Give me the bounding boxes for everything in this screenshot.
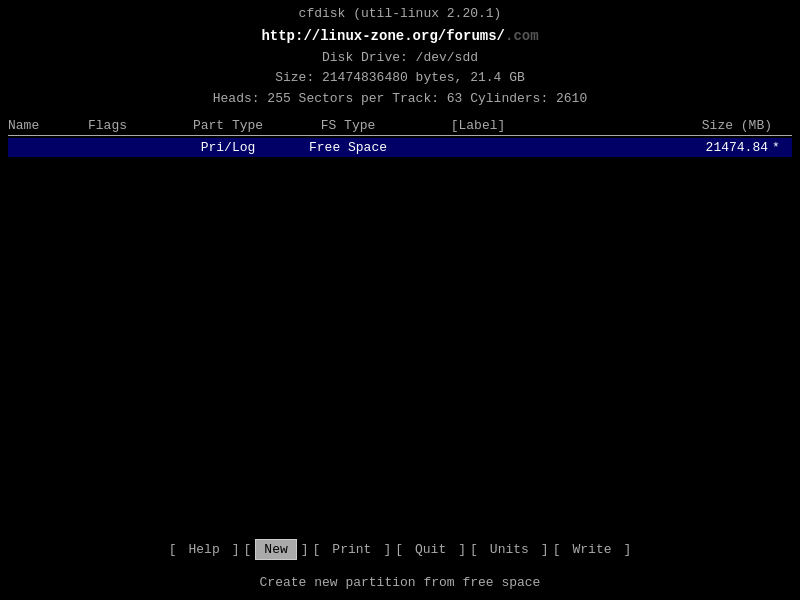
cell-label (408, 140, 548, 155)
new-label[interactable]: New (255, 539, 296, 560)
new-bracket-open: [ (244, 542, 252, 557)
cell-fstype: Free Space (288, 140, 408, 155)
col-header-flags: Flags (88, 118, 168, 133)
url-main: http://linux-zone.org/forums/ (261, 28, 505, 44)
size-info: Size: 21474836480 bytes, 21.4 GB (0, 68, 800, 89)
print-label[interactable]: Print (324, 542, 379, 557)
quit-label[interactable]: Quit (407, 542, 454, 557)
url-line: http://linux-zone.org/forums/.com (0, 25, 800, 48)
print-bracket-open: [ (313, 542, 321, 557)
units-bracket-close: ] (541, 542, 549, 557)
cell-asterisk: * (772, 140, 792, 155)
units-bracket-open: [ (470, 542, 478, 557)
table-divider (8, 135, 792, 136)
cell-name (8, 140, 88, 155)
col-header-label: [Label] (408, 118, 548, 133)
table-header: Name Flags Part Type FS Type [Label] Siz… (0, 118, 800, 133)
header: cfdisk (util-linux 2.20.1) http://linux-… (0, 0, 800, 110)
disk-drive-label: Disk Drive: /dev/sdd (0, 48, 800, 69)
cell-parttype: Pri/Log (168, 140, 288, 155)
app-title: cfdisk (util-linux 2.20.1) (0, 4, 800, 25)
status-text: Create new partition from free space (260, 575, 541, 590)
table-row: Pri/Log Free Space 21474.84 * (8, 138, 792, 157)
menu-bar: [ Help ] [ New ] [ Print ] [ Quit ] [ Un… (0, 539, 800, 560)
write-bracket-open: [ (553, 542, 561, 557)
help-bracket-close: ] (232, 542, 240, 557)
col-header-name: Name (8, 118, 88, 133)
write-bracket-close: ] (624, 542, 632, 557)
write-label[interactable]: Write (564, 542, 619, 557)
col-header-size: Size (MB) (548, 118, 792, 133)
cfdisk-screen: cfdisk (util-linux 2.20.1) http://linux-… (0, 0, 800, 600)
geometry-info: Heads: 255 Sectors per Track: 63 Cylinde… (0, 89, 800, 110)
new-bracket-close: ] (301, 542, 309, 557)
status-bar: Create new partition from free space (0, 575, 800, 590)
help-bracket-open: [ (169, 542, 177, 557)
url-text: http://linux-zone.org/forums/.com (261, 28, 538, 44)
units-label[interactable]: Units (482, 542, 537, 557)
quit-bracket-close: ] (458, 542, 466, 557)
print-bracket-close: ] (383, 542, 391, 557)
col-header-fstype: FS Type (288, 118, 408, 133)
col-header-parttype: Part Type (168, 118, 288, 133)
help-label[interactable]: Help (180, 542, 227, 557)
cell-flags (88, 140, 168, 155)
cell-size: 21474.84 (548, 140, 772, 155)
quit-bracket-open: [ (395, 542, 403, 557)
url-suffix: .com (505, 28, 539, 44)
